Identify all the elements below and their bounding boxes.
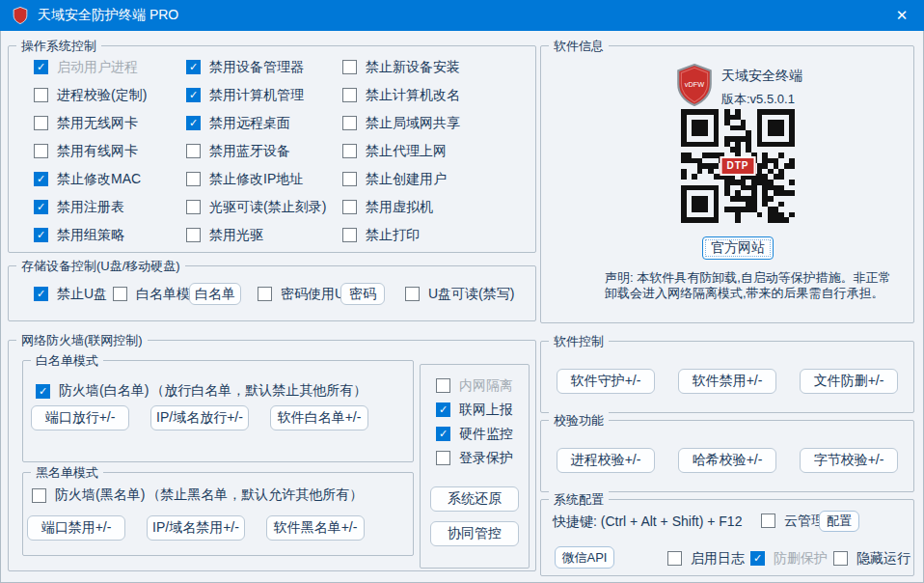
disclaimer-text: 声明: 本软件具有防卸载,自启动等保护措施。非正常卸载会进入网络隔离模式,带来的… (605, 270, 894, 301)
checkbox-item[interactable]: ✓硬件监控 (436, 426, 513, 442)
action-button[interactable]: 哈希校验+/- (678, 448, 776, 473)
checkbox-item[interactable]: ✓禁用远程桌面 (186, 115, 326, 131)
checkbox-item[interactable]: ✓禁止修改MAC (34, 171, 147, 187)
checkbox-box[interactable]: ✓ (34, 287, 48, 301)
checkbox-box[interactable]: ✓ (436, 427, 450, 441)
action-button[interactable]: 文件防删+/- (800, 369, 898, 394)
checkbox-enable-log[interactable]: 启用日志 (667, 550, 745, 567)
checkbox-item[interactable]: 内网隔离 (436, 377, 513, 394)
wechat-api-button[interactable]: 微信API (555, 546, 614, 569)
checkbox-box[interactable] (436, 451, 450, 465)
checkbox-item[interactable]: ✓联网上报 (436, 402, 513, 418)
checkbox-delete-protect[interactable]: ✓防删保护 (750, 550, 828, 567)
checkbox-box[interactable] (405, 287, 420, 301)
action-button[interactable]: 协同管控 (430, 521, 519, 546)
config-button[interactable]: 配置 (819, 511, 859, 532)
checkbox-item[interactable]: 禁用有线网卡 (34, 143, 147, 159)
checkbox-box[interactable] (342, 228, 357, 242)
checkbox-item[interactable]: 禁止新设备安装 (342, 59, 460, 75)
checkbox-cloud-manage[interactable]: 云管理 (761, 513, 825, 529)
checkbox-box[interactable] (761, 514, 775, 528)
checkbox-box[interactable] (32, 488, 46, 503)
checkbox-item[interactable]: ✓启动用户进程 (34, 59, 147, 75)
checkbox-box[interactable]: ✓ (34, 200, 48, 214)
official-website-button[interactable]: 官方网站 (702, 236, 774, 260)
blacklist-buttons: 端口禁用+/-IP/域名禁用+/-软件黑名单+/- (27, 515, 365, 541)
checkbox-box[interactable] (34, 144, 48, 158)
checkbox-item[interactable]: 禁止打印 (342, 227, 460, 243)
action-button[interactable]: IP/域名放行+/- (150, 405, 249, 430)
action-button[interactable]: 软件守护+/- (557, 369, 655, 394)
usb-whitelist-button[interactable]: 白名单 (189, 283, 241, 305)
checkbox-item[interactable]: 禁止局域网共享 (342, 115, 460, 131)
checkbox-box[interactable]: ✓ (34, 228, 48, 242)
product-name: 天域安全终端 (721, 68, 802, 85)
checkbox-item[interactable]: 光驱可读(禁止刻录) (186, 199, 326, 215)
checkbox-item[interactable]: 登录保护 (436, 450, 513, 466)
checkbox-item[interactable]: 禁用光驱 (186, 227, 326, 243)
action-button[interactable]: 软件禁用+/- (678, 369, 776, 394)
checkbox-firewall-blacklist[interactable]: 防火墙(黑名单) (32, 487, 145, 504)
checkbox-box[interactable]: ✓ (34, 60, 48, 74)
checkbox-box[interactable] (342, 116, 357, 130)
checkbox-item[interactable]: 禁止创建用户 (342, 171, 460, 187)
checkbox-item[interactable]: 禁止代理上网 (342, 143, 460, 159)
checkbox-item[interactable]: ✓禁用注册表 (34, 199, 147, 215)
checkbox-usb-readonly[interactable]: U盘可读(禁写) (405, 286, 514, 302)
checkbox-item[interactable]: 禁止修改IP地址 (186, 171, 326, 187)
checkbox-box[interactable] (113, 287, 127, 301)
checkbox-box[interactable] (34, 116, 48, 130)
checkbox-ban-usb[interactable]: ✓禁止U盘 (34, 286, 107, 302)
checkbox-box[interactable]: ✓ (36, 384, 50, 399)
checkbox-label: 登录保护 (459, 450, 513, 467)
checkbox-box[interactable]: ✓ (34, 172, 48, 186)
checkbox-box[interactable]: ✓ (186, 88, 201, 102)
action-button[interactable]: 软件白名单+/- (270, 405, 368, 430)
group-verify-functions: 校验功能 进程校验+/-哈希校验+/-字节校验+/- (540, 420, 914, 492)
checkbox-item[interactable]: 禁止计算机改名 (342, 87, 460, 103)
checkbox-item[interactable]: ✓禁用计算机管理 (186, 87, 326, 103)
checkbox-firewall-whitelist[interactable]: ✓防火墙(白名单) (36, 383, 149, 400)
checkbox-box[interactable] (667, 551, 682, 566)
checkbox-box[interactable]: ✓ (436, 403, 450, 417)
group-storage-control: 存储设备控制(U盘/移动硬盘) ✓禁止U盘 白名单模式 白名单 密码使用U盘 密… (8, 265, 536, 321)
action-button[interactable]: 进程校验+/- (557, 448, 655, 473)
checkbox-box[interactable] (34, 88, 48, 102)
checkbox-box[interactable] (833, 551, 848, 566)
action-button[interactable]: 端口放行+/- (31, 405, 129, 430)
checkbox-label: U盘可读(禁写) (428, 286, 514, 303)
action-button[interactable]: 软件黑名单+/- (266, 515, 365, 541)
usb-password-button[interactable]: 密码 (340, 283, 385, 305)
checkbox-box[interactable] (186, 144, 201, 158)
checkbox-hidden-run[interactable]: 隐藏运行 (833, 550, 910, 567)
whitelist-buttons: 端口放行+/-IP/域名放行+/-软件白名单+/- (31, 405, 368, 430)
checkbox-item[interactable]: 禁用蓝牙设备 (186, 143, 326, 159)
checkbox-box[interactable] (342, 144, 357, 158)
checkbox-item[interactable]: 禁用虚拟机 (342, 199, 460, 215)
checkbox-box[interactable] (186, 228, 201, 242)
checkbox-box[interactable] (186, 200, 201, 214)
checkbox-box[interactable]: ✓ (750, 551, 765, 566)
checkbox-box[interactable]: ✓ (186, 60, 201, 74)
checkbox-box[interactable] (342, 200, 357, 214)
checkbox-item[interactable]: ✓禁用组策略 (34, 227, 147, 243)
checkbox-box[interactable] (342, 172, 357, 186)
group-title: 软件信息 (549, 38, 609, 54)
checkbox-box[interactable] (186, 172, 201, 186)
checkbox-box[interactable]: ✓ (186, 116, 201, 130)
checkbox-label: 禁止U盘 (57, 286, 107, 303)
checkbox-box[interactable] (342, 88, 357, 102)
action-button[interactable]: 字节校验+/- (800, 448, 898, 473)
checkbox-box[interactable] (436, 378, 450, 393)
checkbox-item[interactable]: 禁用无线网卡 (34, 115, 147, 131)
os-checkbox-column-1: ✓启动用户进程进程校验(定制)禁用无线网卡禁用有线网卡✓禁止修改MAC✓禁用注册… (34, 59, 147, 243)
checkbox-item[interactable]: ✓禁用设备管理器 (186, 59, 326, 75)
checkbox-box[interactable] (258, 287, 272, 301)
monitor-checkboxes: 内网隔离✓联网上报✓硬件监控登录保护 (436, 377, 513, 466)
checkbox-box[interactable] (342, 60, 357, 74)
checkbox-item[interactable]: 进程校验(定制) (34, 87, 147, 103)
action-button[interactable]: 系统还原 (430, 486, 519, 512)
action-button[interactable]: 端口禁用+/- (27, 515, 125, 541)
action-button[interactable]: IP/域名禁用+/- (147, 515, 245, 541)
close-icon[interactable]: ✕ (880, 0, 924, 31)
